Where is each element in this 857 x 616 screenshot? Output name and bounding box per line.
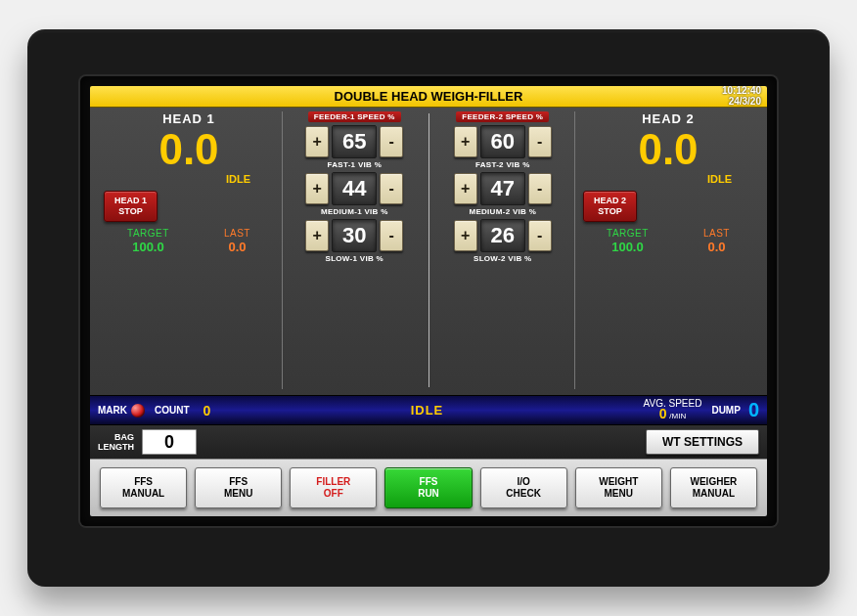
feeder-2-med-label: MEDIUM-2 VIB % — [469, 207, 536, 216]
feeder-1-med-label: MEDIUM-1 VIB % — [321, 207, 388, 216]
head-1-weight: 0.0 — [158, 128, 218, 171]
ffs-run-button[interactable]: FFS RUN — [384, 467, 472, 508]
dump-readout: DUMP 0 — [711, 399, 759, 421]
head-2-stop-l1: HEAD 2 — [594, 196, 626, 206]
weigher-manual-button[interactable]: WEIGHER MANUAL — [670, 467, 757, 508]
head-2-weight: 0.0 — [638, 128, 698, 171]
dump-value: 0 — [748, 399, 759, 421]
bag-length-input[interactable]: 0 — [142, 429, 197, 455]
wt-settings-button[interactable]: WT SETTINGS — [646, 429, 759, 455]
head-2-stop-l2: STOP — [594, 206, 626, 217]
head-1-last-label: LAST — [224, 228, 250, 239]
feeder-2-slow-plus[interactable]: + — [454, 220, 477, 251]
feeder-2-header: FEEDER-2 SPEED % — [456, 111, 549, 122]
bag-length-l1: BAG — [98, 432, 134, 442]
feeder-1-fast-label: FAST-1 VIB % — [327, 160, 382, 169]
main-panel: HEAD 1 0.0 IDLE HEAD 1 STOP TARGET 100.0… — [90, 108, 767, 395]
clock-time: 10:12:40 — [722, 86, 761, 96]
feeder-2-slow-label: SLOW-2 VIB % — [474, 254, 531, 263]
feeder-1-med-minus[interactable]: - — [380, 173, 403, 204]
feeder-1-fast-plus[interactable]: + — [305, 126, 329, 157]
feeder-1-med-plus[interactable]: + — [305, 173, 329, 204]
screen-title: DOUBLE HEAD WEIGH-FILLER — [335, 89, 523, 104]
head-1-status: IDLE — [226, 173, 250, 185]
ffs-manual-button[interactable]: FFS MANUAL — [100, 467, 187, 508]
bag-row: BAG LENGTH 0 WT SETTINGS — [90, 425, 767, 459]
head-2-target-last: TARGET 100.0 LAST 0.0 — [579, 228, 757, 254]
head-2-last: LAST 0.0 — [703, 228, 730, 254]
head-2-target-value: 100.0 — [607, 240, 649, 254]
head-2-stop-button[interactable]: HEAD 2 STOP — [583, 191, 637, 222]
feeder-1-fast-value[interactable]: 65 — [332, 125, 377, 158]
ffs-menu-button[interactable]: FFS MENU — [195, 467, 282, 508]
bag-length-label: BAG LENGTH — [98, 432, 134, 452]
feeder-2-med-plus[interactable]: + — [454, 173, 477, 204]
datetime: 10:12:40 24/3/20 — [722, 86, 761, 107]
filler-off-button[interactable]: FILLER OFF — [290, 467, 377, 508]
machine-status: IDLE — [220, 403, 633, 418]
feeder-1-med-value[interactable]: 44 — [332, 172, 377, 205]
head-2-status: IDLE — [707, 173, 732, 185]
avg-speed-unit: /MIN — [669, 412, 686, 420]
count-value: 0 — [203, 403, 211, 418]
dump-label: DUMP — [711, 405, 740, 416]
feeder-2-fast-label: FAST-2 VIB % — [475, 160, 530, 169]
count-readout: COUNT 0 — [155, 403, 210, 418]
bezel: DOUBLE HEAD WEIGH-FILLER 10:12:40 24/3/2… — [80, 76, 777, 526]
head-1-stop-l2: STOP — [114, 206, 147, 217]
head-2-target: TARGET 100.0 — [607, 228, 649, 254]
head-1-target-label: TARGET — [127, 228, 169, 239]
feeder-1-header: FEEDER-1 SPEED % — [308, 111, 401, 122]
head-1-target-last: TARGET 100.0 LAST 0.0 — [100, 228, 278, 254]
bottom-button-row: FFS MANUAL FFS MENU FILLER OFF FFS RUN I… — [90, 459, 767, 516]
feeder-1-col: FEEDER-1 SPEED % + 65 - FAST-1 VIB % + 4… — [287, 111, 423, 389]
io-check-button[interactable]: I/O CHECK — [480, 467, 567, 508]
feeder-2-med-value[interactable]: 47 — [480, 172, 525, 205]
head-2-panel: HEAD 2 0.0 IDLE HEAD 2 STOP TARGET 100.0… — [575, 111, 761, 389]
feeder-2-fast-plus[interactable]: + — [454, 126, 477, 157]
avg-speed-value: 0 — [659, 406, 667, 421]
feeder-2-col: FEEDER-2 SPEED % + 60 - FAST-2 VIB % + 4… — [435, 111, 571, 389]
device-frame: DOUBLE HEAD WEIGH-FILLER 10:12:40 24/3/2… — [27, 29, 830, 587]
title-bar: DOUBLE HEAD WEIGH-FILLER 10:12:40 24/3/2… — [90, 86, 767, 108]
head-2-target-label: TARGET — [607, 228, 649, 239]
head-1-panel: HEAD 1 0.0 IDLE HEAD 1 STOP TARGET 100.0… — [96, 111, 282, 389]
feeder-2-fast-value[interactable]: 60 — [480, 125, 525, 158]
avg-speed-label: AVG. SPEED — [644, 399, 702, 409]
feeder-2-slow-minus[interactable]: - — [528, 220, 552, 251]
head-1-stop-l1: HEAD 1 — [114, 196, 147, 206]
feeder-1-fast-minus[interactable]: - — [380, 126, 403, 157]
feeder-divider — [428, 113, 429, 387]
mark-indicator: MARK — [98, 404, 145, 418]
head-1-title: HEAD 1 — [162, 111, 215, 126]
feeder-2-fast-minus[interactable]: - — [528, 126, 552, 157]
feeder-1-slow-value[interactable]: 30 — [332, 219, 377, 252]
head-1-last: LAST 0.0 — [224, 228, 250, 254]
head-2-title: HEAD 2 — [642, 111, 695, 126]
clock-date: 24/3/20 — [722, 96, 761, 107]
mark-led-icon — [131, 404, 145, 418]
head-2-last-label: LAST — [703, 228, 730, 239]
head-1-last-value: 0.0 — [224, 240, 250, 254]
head-1-target-value: 100.0 — [127, 240, 169, 254]
weight-menu-button[interactable]: WEIGHT MENU — [575, 467, 662, 508]
head-2-last-value: 0.0 — [703, 240, 730, 254]
head-1-target: TARGET 100.0 — [127, 228, 169, 254]
hmi-screen: DOUBLE HEAD WEIGH-FILLER 10:12:40 24/3/2… — [90, 86, 767, 516]
feeder-2-slow-value[interactable]: 26 — [480, 219, 525, 252]
bag-length-l2: LENGTH — [98, 442, 134, 452]
status-strip: MARK COUNT 0 IDLE AVG. SPEED 0 /MIN DUMP… — [90, 395, 767, 425]
count-label: COUNT — [155, 405, 190, 416]
feeder-1-slow-label: SLOW-1 VIB % — [326, 254, 383, 263]
mark-label: MARK — [98, 405, 127, 416]
head-1-stop-button[interactable]: HEAD 1 STOP — [104, 191, 158, 222]
feeder-2-med-minus[interactable]: - — [528, 173, 552, 204]
feeder-block: FEEDER-1 SPEED % + 65 - FAST-1 VIB % + 4… — [282, 111, 575, 389]
feeder-1-slow-plus[interactable]: + — [305, 220, 329, 251]
feeder-1-slow-minus[interactable]: - — [380, 220, 403, 251]
avg-speed: AVG. SPEED 0 /MIN — [644, 399, 702, 421]
